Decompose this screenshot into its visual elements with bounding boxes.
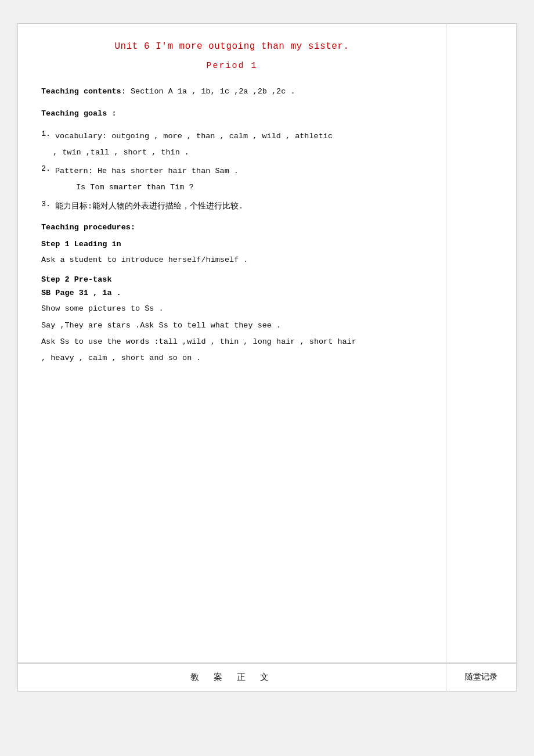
item3-content: 能力目标:能对人物的外表进行描绘，个性进行比较.: [55, 200, 243, 214]
main-content: Unit 6 I'm more outgoing than my sister.…: [18, 24, 516, 663]
footer-side-text: 随堂记录: [446, 664, 516, 691]
teaching-contents-value: : Section A 1a , 1b, 1c ,2a ,2b ,2c .: [121, 87, 295, 96]
item1-continued: , twin ,tall , short , thin .: [41, 146, 423, 160]
step1-label: Step 1 Leading in: [41, 240, 423, 249]
teaching-goals-section: Teaching goals :: [41, 107, 423, 121]
item3-value: 能力目标:能对人物的外表进行描绘，个性进行比较.: [55, 202, 243, 211]
item2-num: 2.: [41, 164, 55, 173]
sb-line3: Ask Ss to use the words :tall ,wild , th…: [41, 335, 423, 349]
sb-line1: Show some pictures to Ss .: [41, 302, 423, 316]
content-area: Unit 6 I'm more outgoing than my sister.…: [18, 24, 446, 663]
item1-value: : outgoing , more , than , calm , wild ,…: [102, 132, 333, 141]
item3-num: 3.: [41, 200, 55, 208]
step2-label: Step 2 Pre-task: [41, 275, 423, 284]
step1-body: Ask a student to introduce herself/himse…: [41, 253, 423, 267]
item1-content: vocabulary: outgoing , more , than , cal…: [55, 129, 333, 143]
item3-row: 3. 能力目标:能对人物的外表进行描绘，个性进行比较.: [41, 200, 423, 214]
item2-content: Pattern: He has shorter hair than Sam .: [55, 164, 239, 178]
sb-line2: Say ,They are stars .Ask Ss to tell what…: [41, 319, 423, 333]
item1-num: 1.: [41, 129, 55, 138]
unit-title: Unit 6 I'm more outgoing than my sister.: [41, 41, 423, 52]
teaching-contents-label: Teaching contents: [41, 87, 121, 96]
item1-row: 1. vocabulary: outgoing , more , than , …: [41, 129, 423, 143]
footer-main-text: 教 案 正 文: [18, 664, 446, 691]
page-container: Unit 6 I'm more outgoing than my sister.…: [17, 23, 517, 692]
sb-line4: , heavy , calm , short and so on .: [41, 351, 423, 365]
teaching-contents-section: Teaching contents: Section A 1a , 1b, 1c…: [41, 85, 423, 99]
item2-line2: Is Tom smarter than Tim ?: [41, 181, 423, 195]
period-title: Period 1: [41, 61, 423, 71]
item2-row: 2. Pattern: He has shorter hair than Sam…: [41, 164, 423, 178]
sb-label: SB Page 31 , 1a .: [41, 289, 423, 297]
teaching-procedures-label: Teaching procedures:: [41, 223, 423, 232]
item2-label: Pattern: [55, 167, 88, 175]
teaching-goals-label: Teaching goals :: [41, 109, 117, 118]
footer-row: 教 案 正 文 随堂记录: [18, 663, 516, 691]
item1-label: vocabulary: [55, 132, 102, 141]
side-notes: [446, 24, 516, 663]
item2-value: : He has shorter hair than Sam .: [88, 167, 239, 175]
